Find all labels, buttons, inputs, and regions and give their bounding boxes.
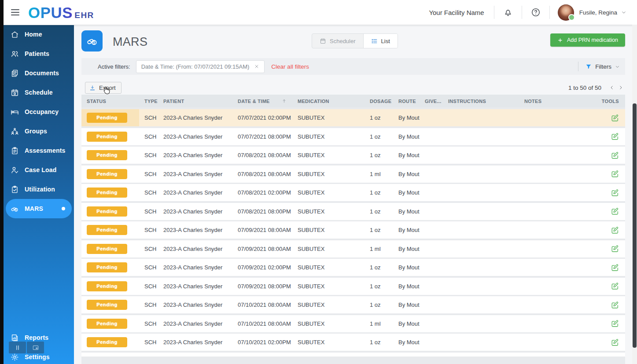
close-icon[interactable] [254,64,259,69]
edit-record-button[interactable] [611,338,619,346]
sidebar-item-schedule[interactable]: Schedule [4,83,74,102]
cell [519,165,599,183]
cell: SUBUTEX [292,109,365,126]
edit-record-button[interactable] [611,170,619,178]
cell [420,259,443,276]
chevron-left-icon[interactable] [608,83,616,92]
chevron-down-icon [615,64,620,69]
funnel-icon [585,63,592,70]
logo-text-opus: OPUS [28,5,73,20]
cell [599,128,625,145]
column-header-date-time[interactable]: DATE & TIME [232,95,292,107]
sidebar-item-home[interactable]: Home [4,25,74,44]
edit-record-button[interactable] [611,114,619,122]
edit-record-button[interactable] [611,320,619,328]
status-badge: Pending [87,225,127,235]
add-prn-medication-button[interactable]: Add PRN medication [550,33,625,47]
cell-datetime: 07/08/2021 08:00AM [238,171,291,177]
hamburger-menu-icon[interactable] [11,9,19,15]
cell: Pending [81,203,139,220]
cell: 2023-A Charles Snyder [158,184,232,201]
column-header-medication[interactable]: MEDICATION [292,95,365,107]
sidebar-item-case-load[interactable]: Case Load [4,160,74,180]
cell: 1 oz [365,221,393,239]
cell-datetime: 07/10/2021 08:00AM [238,320,291,327]
pip-icon [32,344,39,351]
cell [519,203,599,220]
notifications-bell-icon[interactable] [503,7,513,17]
cell: SCH [139,165,158,183]
edit-record-button[interactable] [611,263,619,272]
help-icon[interactable] [531,7,541,17]
sidebar-item-groups[interactable]: Groups [4,121,74,141]
sidebar-item-mars[interactable]: MARS [6,199,72,218]
sidebar-item-label: Home [25,31,42,38]
cell [599,147,625,164]
cell-datetime: 07/09/2021 08:00PM [238,283,291,290]
mars-icon [11,205,19,213]
edit-record-button[interactable] [611,207,619,216]
column-header-patient[interactable]: PATIENT [158,95,232,107]
edit-record-button[interactable] [611,226,619,234]
column-header-label: NOTES [524,99,541,104]
cell-route: By Mouth [398,114,420,121]
sidebar-item-assessments[interactable]: Assessments [4,141,74,160]
caseload-icon [11,166,19,174]
column-header-instructions[interactable]: INSTRUCTIONS [443,95,519,107]
cell [420,278,443,295]
scheduler-view-button[interactable]: Scheduler [312,34,363,48]
column-header-route[interactable]: ROUTE [393,95,420,107]
edit-record-button[interactable] [611,245,619,253]
column-header-type[interactable]: TYPE [139,95,158,107]
cell: SCH [139,203,158,220]
chevron-left-icon [609,85,615,90]
cell-patient: 2023-A Charles Snyder [163,283,222,290]
download-icon [89,85,96,91]
column-header-give[interactable]: GIVE... [420,95,443,107]
table-row: PendingSCH2023-A Charles Snyder07/08/202… [81,184,625,201]
cell: SCH [139,184,158,201]
edit-record-button[interactable] [611,188,619,197]
cell [443,296,519,313]
chevron-right-icon [618,85,623,90]
sidebar: HomePatientsDocumentsScheduleOccupancyGr… [4,25,74,364]
user-menu[interactable]: Fusile, Regina [558,4,626,21]
cell [443,147,519,164]
filters-dropdown-button[interactable]: Filters [585,63,620,70]
column-header-label: DATE & TIME [238,99,270,104]
cell [420,203,443,220]
edit-record-button[interactable] [611,132,619,141]
list-view-button[interactable]: List [363,34,398,48]
cell-patient: 2023-A Charles Snyder [163,114,222,121]
column-header-tools[interactable]: TOOLS [599,95,625,107]
cell: 07/08/2021 08:00AM [232,147,292,164]
clear-all-filters-link[interactable]: Clear all filters [271,63,309,70]
cell-dosage: 1 oz [370,339,381,346]
sidebar-nav: HomePatientsDocumentsScheduleOccupancyGr… [4,25,74,218]
edit-record-button[interactable] [611,151,619,159]
cell [420,109,443,126]
cell-medication: SUBUTEX [298,171,324,177]
sidebar-item-patients[interactable]: Patients [4,44,74,63]
column-header-notes[interactable]: NOTES [519,95,599,107]
export-button[interactable]: Export [85,82,122,94]
sidebar-item-utilization[interactable]: Utilization [4,180,74,199]
cell: SUBUTEX [292,184,365,201]
chevron-right-icon[interactable] [616,83,625,92]
status-badge: Pending [87,113,127,123]
cell: 07/07/2021 08:00PM [232,128,292,145]
edit-record-button[interactable] [611,301,619,309]
edit-icon [611,132,619,140]
scrollbar-track[interactable] [632,25,637,364]
scrollbar-thumb[interactable] [633,103,637,348]
cell-type: SCH [144,189,156,196]
column-header-dosage[interactable]: DOSAGE [365,95,393,107]
status-badge: Pending [87,132,127,142]
cell: Pending [81,334,139,351]
column-header-status[interactable]: STATUS [81,95,139,107]
sidebar-item-documents[interactable]: Documents [4,63,74,83]
edit-record-button[interactable] [611,282,619,290]
cell-medication: SUBUTEX [298,189,324,196]
sidebar-item-occupancy[interactable]: Occupancy [4,102,74,121]
cell: 1 oz [365,147,393,164]
